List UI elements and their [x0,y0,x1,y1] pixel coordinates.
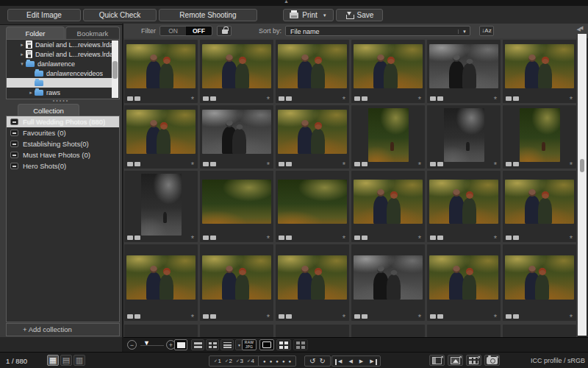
thumbnail-photo[interactable] [202,44,271,88]
thumbnail-cell[interactable]: * [124,171,198,242]
rating-button-2[interactable]: ✓2 [225,358,232,364]
thumbnail-cell[interactable]: * [351,171,425,242]
raw-jpeg-toggle-button[interactable]: RAW JPG [242,339,257,350]
expander-icon[interactable]: ▾ [18,61,26,67]
camera-settings-button[interactable] [484,355,500,366]
sort-select[interactable]: File name ▼ [285,26,470,36]
thumb-size-slider-thumb[interactable]: ▼ [143,339,150,347]
thumbnail-cell[interactable]: * [351,105,425,169]
thumbnail-photo[interactable] [278,110,347,154]
layout-vstrip-button[interactable]: ▥ [74,355,85,366]
nav-prev-button[interactable]: ◀ [347,358,354,364]
folder-tree-item[interactable]: ▸raws [7,88,112,97]
multi-layout-button[interactable] [276,339,291,350]
thumbnail-cell[interactable]: * [427,244,501,321]
color-label-button-5[interactable]: ● [289,359,292,364]
thumbnail-cell[interactable]: * [427,171,501,242]
remote-shooting-button[interactable]: Remote Shooting [159,9,257,21]
thumbnail-photo[interactable] [126,44,196,88]
print-button[interactable]: Print ▼ [283,9,334,21]
thumbnail-photo[interactable] [444,108,484,162]
thumbnail-cell[interactable]: * [503,244,576,321]
thumbnail-cell[interactable]: * [124,40,198,103]
tab-collection[interactable]: Collection [18,104,79,116]
thumbnail-photo[interactable] [368,108,409,162]
tree-scrollbar[interactable] [112,40,118,98]
print-dropdown-arrow-icon[interactable]: ▼ [323,13,327,18]
thumbnail-cell[interactable]: * [276,40,349,103]
nav-first-button[interactable]: ◀ [337,358,343,364]
filter-off-button[interactable]: OFF [186,26,212,35]
collapse-toolbar-icon[interactable]: ▲ [284,0,289,4]
thumbnail-photo[interactable] [278,255,347,300]
tab-bookmark[interactable]: Bookmark [65,26,120,39]
thumbnail-cell[interactable]: * [276,105,349,169]
thumbnail-cell[interactable]: * [276,171,349,242]
preview-pane-button[interactable] [259,339,274,350]
rotate-right-button[interactable]: ↻ [319,357,325,366]
folder-tree-item[interactable]: danlawrencevideos [7,68,112,78]
collection-item[interactable]: Must Have Photos (0) [7,149,119,160]
thumbnail-cell[interactable]: * [124,105,198,169]
thumbnail-photo[interactable] [354,44,423,88]
collection-item[interactable]: Establishing Shots(0) [7,138,119,149]
thumbnail-photo[interactable] [202,110,271,154]
view-small-thumbnail-button[interactable] [206,339,219,350]
thumbnail-photo[interactable] [429,255,498,300]
edit-image-button[interactable]: Edit Image [7,9,81,21]
thumbnail-photo[interactable] [354,255,423,300]
thumbnail-cell[interactable] [200,325,273,337]
tool-palette-button[interactable] [429,355,445,366]
folder-tree-item[interactable]: ▾danlawrence [7,59,112,68]
expander-icon[interactable]: ▸ [27,90,35,96]
thumbnail-cell[interactable]: * [200,244,273,321]
thumbnail-photo[interactable] [202,255,271,300]
thumbnail-cell[interactable] [351,325,425,337]
thumbnail-photo[interactable] [278,180,347,224]
thumbnail-photo[interactable] [126,110,196,154]
filter-on-button[interactable]: ON [160,26,186,35]
view-list-button[interactable] [220,339,234,350]
thumbnail-photo[interactable] [505,255,574,300]
color-label-button-4[interactable]: ● [282,359,285,364]
nav-last-button[interactable]: ▶ [368,358,375,364]
color-label-button-2[interactable]: ● [270,359,273,364]
thumbnail-cell[interactable] [276,325,349,337]
thumbnail-options-button[interactable] [466,355,481,366]
add-collection-button[interactable]: + Add collection [6,323,120,336]
folder-tree-item[interactable] [7,78,112,88]
folder-tree-item[interactable]: ▸Daniel and L...reviews.lrdata [7,49,112,59]
save-button[interactable]: Save [336,9,383,21]
sort-order-button[interactable]: ↓Az [479,26,494,36]
quick-check-button[interactable]: Quick Check [83,9,157,21]
collection-item[interactable]: Hero Shots(0) [7,160,119,171]
thumbnail-cell[interactable]: * [200,40,273,103]
layout-grid-button[interactable]: ▦ [47,355,59,366]
thumbnail-photo[interactable] [354,180,423,224]
tab-folder[interactable]: Folder [6,26,65,39]
thumbnail-cell[interactable]: * [503,105,576,169]
thumb-zoom-out-button[interactable]: − [127,340,137,350]
rating-button-1[interactable]: ✓1 [214,358,221,364]
expander-icon[interactable]: ▸ [18,42,26,48]
edge-collapse-icon[interactable]: ◀ [579,25,583,31]
thumbnail-photo[interactable] [520,108,560,162]
thumbnail-cell[interactable] [503,325,576,337]
collection-item[interactable]: Full Wedding Photos (880) [7,116,119,127]
thumbnail-photo[interactable] [429,44,498,88]
thumbnail-cell[interactable] [124,325,198,337]
grid-scrollbar-thumb[interactable] [580,159,584,172]
thumbnail-photo[interactable] [505,180,574,224]
thumbnail-cell[interactable]: * [276,244,349,321]
thumbnail-cell[interactable]: * [503,40,576,103]
thumbnail-photo[interactable] [505,44,574,88]
filter-lock-button[interactable] [217,26,232,36]
tree-scrollbar-thumb[interactable] [112,61,118,79]
thumbnail-cell[interactable]: * [427,105,501,169]
thumbnail-cell[interactable]: * [124,244,198,321]
thumbnail-cell[interactable]: * [503,171,576,242]
thumbnail-cell[interactable]: * [351,40,425,103]
color-label-button-3[interactable]: ● [276,359,279,364]
rating-button-3[interactable]: ✓3 [236,358,243,364]
multi-layout-alt-button[interactable] [293,339,308,350]
